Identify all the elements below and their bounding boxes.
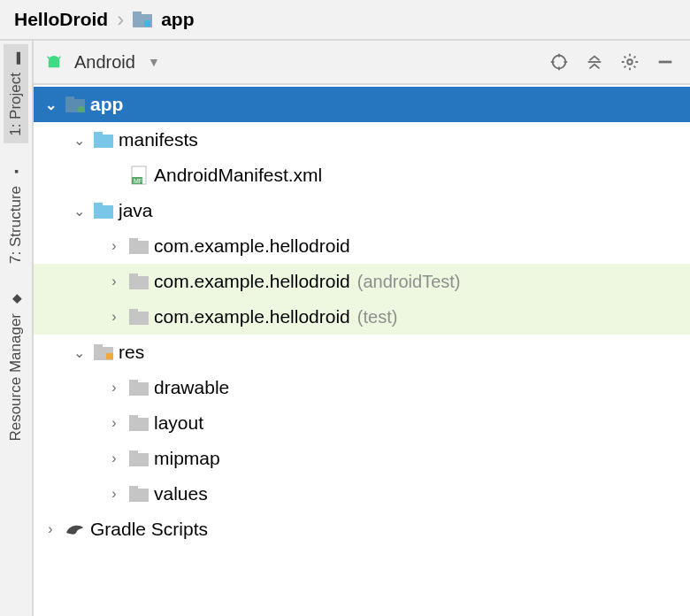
svg-rect-20 (94, 203, 103, 208)
chevron-right-icon[interactable]: › (104, 238, 124, 254)
rail-tab-resource-manager[interactable]: Resource Manager ◆ (4, 285, 28, 449)
manifest-file-icon: MF (127, 166, 150, 185)
chevron-right-icon: › (117, 7, 124, 32)
tree-node-label: com.example.hellodroid (154, 235, 350, 257)
folder-icon (133, 12, 152, 27)
svg-text:MF: MF (134, 178, 142, 184)
tree-node-label: layout (154, 412, 203, 434)
folder-icon: ▬ (9, 51, 23, 65)
svg-point-9 (627, 59, 632, 65)
folder-icon (127, 486, 150, 502)
chevron-down-icon[interactable]: ▼ (148, 55, 160, 69)
chevron-right-icon[interactable]: › (104, 380, 124, 396)
locate-icon[interactable] (545, 48, 573, 76)
rail-tab-structure[interactable]: 7: Structure ▪ (4, 158, 28, 271)
svg-rect-12 (65, 96, 74, 102)
tree-node-label: com.example.hellodroid (154, 306, 350, 327)
svg-rect-31 (129, 380, 138, 385)
collapse-all-icon[interactable] (580, 48, 609, 76)
project-tree: ⌄ app ⌄ manifests MF AndroidMan (34, 85, 690, 616)
svg-rect-35 (129, 450, 138, 456)
tree-node-label: drawable (154, 377, 229, 398)
android-icon (44, 52, 64, 72)
chevron-right-icon[interactable]: › (104, 450, 124, 466)
resource-icon: ◆ (9, 292, 23, 306)
tree-node-manifest-file[interactable]: MF AndroidManifest.xml (34, 158, 690, 193)
svg-rect-2 (144, 20, 150, 27)
tree-node-package-androidtest[interactable]: › com.example.hellodroid (androidTest) (34, 264, 690, 299)
minimize-icon[interactable] (651, 48, 679, 76)
svg-rect-15 (94, 132, 103, 137)
tool-window-rail: 1: Project ▬ 7: Structure ▪ Resource Man… (0, 41, 34, 616)
svg-point-3 (553, 56, 566, 69)
folder-icon (92, 203, 115, 219)
module-folder-icon (64, 96, 87, 112)
tree-node-label: values (154, 483, 208, 504)
folder-icon (92, 132, 115, 148)
gradle-icon (64, 520, 87, 538)
package-icon (127, 309, 150, 325)
chevron-right-icon[interactable]: › (104, 415, 124, 431)
tree-node-java[interactable]: ⌄ java (34, 193, 690, 228)
tree-node-label: Gradle Scripts (90, 519, 208, 540)
tree-node-label: java (119, 200, 153, 221)
chevron-down-icon[interactable]: ⌄ (69, 344, 88, 361)
tree-node-label: mipmap (154, 448, 220, 469)
chevron-right-icon[interactable]: › (104, 486, 124, 502)
resources-folder-icon (92, 344, 115, 360)
gear-icon[interactable] (616, 48, 644, 76)
tree-node-label: com.example.hellodroid (154, 271, 350, 292)
tree-node-app[interactable]: ⌄ app (34, 87, 690, 122)
tree-node-label: res (119, 342, 144, 363)
tree-node-res[interactable]: ⌄ res (34, 335, 690, 370)
rail-tab-label: Resource Manager (7, 313, 25, 442)
package-icon (127, 273, 150, 289)
chevron-right-icon[interactable]: › (104, 309, 124, 325)
tree-node-package-main[interactable]: › com.example.hellodroid (34, 228, 690, 264)
svg-rect-1 (133, 12, 142, 17)
chevron-right-icon[interactable]: › (104, 273, 124, 289)
tree-node-drawable[interactable]: › drawable (34, 370, 690, 405)
tree-node-label: AndroidManifest.xml (154, 165, 322, 186)
chevron-down-icon[interactable]: ⌄ (69, 132, 88, 149)
tree-node-label: manifests (119, 129, 198, 150)
tree-node-suffix: (test) (357, 307, 398, 327)
tree-node-package-test[interactable]: › com.example.hellodroid (test) (34, 299, 690, 335)
folder-icon (127, 450, 150, 466)
package-icon (127, 238, 150, 254)
view-mode-selector[interactable]: Android (74, 52, 135, 73)
tree-node-gradle-scripts[interactable]: › Gradle Scripts (34, 512, 690, 547)
breadcrumb: HelloDroid › app (0, 0, 690, 39)
svg-rect-28 (94, 344, 103, 350)
tree-node-values[interactable]: › values (34, 476, 690, 512)
tree-node-mipmap[interactable]: › mipmap (34, 441, 690, 476)
svg-rect-24 (129, 273, 138, 279)
svg-rect-37 (129, 486, 138, 491)
chevron-down-icon[interactable]: ⌄ (41, 96, 60, 113)
structure-icon: ▪ (9, 165, 23, 179)
chevron-right-icon[interactable]: › (41, 521, 60, 537)
tree-node-suffix: (androidTest) (357, 272, 461, 292)
folder-icon (127, 415, 150, 431)
tree-node-manifests[interactable]: ⌄ manifests (34, 122, 690, 158)
svg-rect-22 (129, 238, 138, 243)
svg-rect-26 (129, 309, 138, 314)
svg-rect-29 (106, 353, 113, 359)
rail-tab-label: 1: Project (7, 73, 25, 136)
tree-node-label: app (90, 94, 123, 115)
breadcrumb-root[interactable]: HelloDroid (14, 9, 108, 30)
breadcrumb-leaf[interactable]: app (161, 9, 194, 30)
folder-icon (127, 380, 150, 396)
rail-tab-project[interactable]: 1: Project ▬ (4, 44, 28, 143)
rail-tab-label: 7: Structure (7, 186, 25, 264)
svg-rect-33 (129, 415, 138, 420)
tree-node-layout[interactable]: › layout (34, 405, 690, 441)
chevron-down-icon[interactable]: ⌄ (69, 203, 88, 219)
project-tool-window: Android ▼ ⌄ app (34, 41, 690, 616)
panel-header: Android ▼ (34, 41, 690, 85)
